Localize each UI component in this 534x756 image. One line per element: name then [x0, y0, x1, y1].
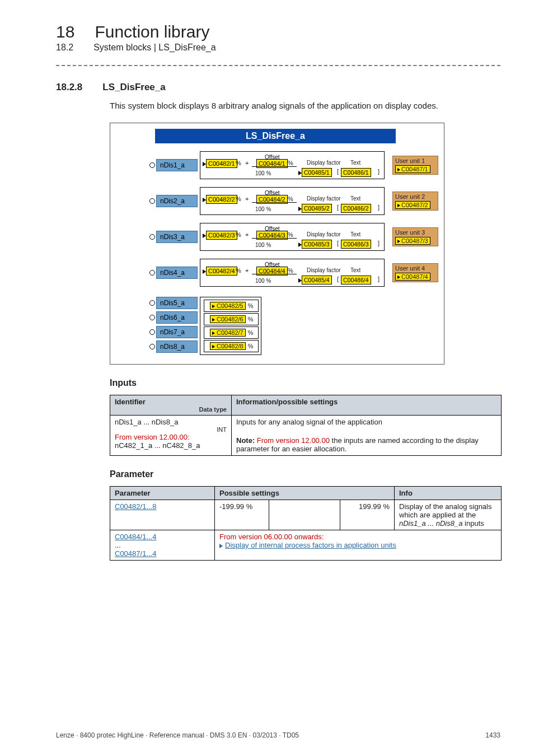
- table-header-row: Identifier Data type Information/possibl…: [110, 395, 502, 416]
- footer-left: Lenze · 8400 protec HighLine · Reference…: [56, 731, 299, 739]
- port-icon: [149, 344, 155, 349]
- pct-symbol: %: [236, 160, 241, 166]
- formula-box: Offset Display factor Text C00482/4 % + …: [200, 259, 385, 287]
- diagram-title: LS_DisFree_a: [155, 129, 396, 143]
- identifier-line: nDis1_a ... nDis8_a: [115, 418, 227, 426]
- diagram-row: nDis2_a Offset Display factor Text C0048…: [149, 187, 438, 215]
- range-min-cell: -199.99 %: [215, 500, 269, 530]
- param-link[interactable]: C00487/1...4: [115, 549, 156, 558]
- type-int-label: INT: [115, 426, 227, 433]
- info-line: Inputs for any analog signal of the appl…: [236, 418, 496, 426]
- range-mid-cell: [269, 500, 340, 530]
- text-label: Text: [350, 231, 360, 237]
- info-italic: nDis1_a ... nDis8_a: [399, 519, 462, 528]
- param-cell: C00484/1...4 ... C00487/1...4: [110, 530, 215, 561]
- plus-symbol: +: [245, 195, 249, 202]
- hundred-label: 100 %: [255, 242, 271, 248]
- parameter-heading: Parameter: [110, 469, 500, 479]
- formula-box: Offset Display factor Text C00482/1 % + …: [200, 151, 385, 179]
- text-label: Text: [350, 160, 360, 166]
- param-chip: C00482/5: [210, 302, 246, 310]
- user-unit-label: User unit 3: [395, 229, 435, 236]
- small-formula-box: C00482/7 %: [204, 326, 259, 339]
- reference-link-line: Display of internal process factors in a…: [219, 541, 496, 549]
- info-text: Display of the analog signals which are …: [399, 502, 492, 519]
- separator: [56, 65, 500, 66]
- bracket: ]: [378, 168, 380, 175]
- input-port-label: nDis7_a: [156, 326, 198, 338]
- section-intro: This system block displays 8 arbitrary a…: [110, 101, 500, 110]
- col-header-settings: Possible settings: [215, 487, 395, 500]
- bracket: [: [337, 168, 339, 175]
- param-link[interactable]: C00482/1...8: [115, 502, 156, 511]
- param-chip: C00482/4: [206, 267, 237, 276]
- user-unit-box: User unit 2 C00487/2: [392, 192, 438, 211]
- param-chip: C00486/3: [341, 240, 371, 249]
- port-icon: [149, 234, 155, 240]
- sub-title: System blocks | LS_DisFree_a: [93, 43, 216, 53]
- section-header: 18.2.8 LS_DisFree_a: [56, 82, 500, 93]
- parameter-table: Parameter Possible settings Info C00482/…: [110, 486, 502, 561]
- display-factor-label: Display factor: [307, 231, 341, 237]
- user-unit-box: User unit 3 C00487/3: [392, 227, 438, 246]
- small-formula-box: C00482/6 %: [204, 313, 259, 325]
- fraction-bar: [252, 202, 297, 203]
- info-cell: From version 06.00.00 onwards: Display o…: [215, 530, 502, 561]
- inputs-table: Identifier Data type Information/possibl…: [110, 395, 502, 456]
- param-link[interactable]: C00484/1...4: [115, 533, 156, 541]
- param-chip: C00487/3: [395, 237, 430, 245]
- fraction-bar: [252, 166, 297, 167]
- footer-page-number: 1433: [485, 731, 500, 739]
- pct-symbol: %: [236, 267, 241, 274]
- user-unit-box: User unit 1 C00487/1: [392, 156, 438, 175]
- chapter-header: 18 Function library: [56, 22, 500, 41]
- pct-symbol: %: [236, 195, 241, 202]
- col-header-param: Parameter: [110, 487, 215, 500]
- port-icon: [149, 300, 155, 306]
- small-inputs-column: nDis5_a nDis6_a nDis7_a nDis8_a: [149, 297, 198, 355]
- pct-symbol: %: [236, 231, 241, 238]
- param-chip: C00487/2: [395, 201, 430, 209]
- diagram-row: nDis4_a Offset Display factor Text C0048…: [149, 259, 438, 287]
- fraction-bar: [252, 238, 297, 239]
- user-unit-label: User unit 4: [395, 265, 435, 272]
- text-label: Text: [350, 267, 360, 273]
- range-max-cell: 199.99 %: [340, 500, 395, 530]
- pct-symbol: %: [288, 231, 293, 238]
- pct-symbol: %: [248, 343, 254, 349]
- user-unit-label: User unit 1: [395, 157, 435, 165]
- sub-header: 18.2 System blocks | LS_DisFree_a: [56, 43, 500, 53]
- pct-symbol: %: [248, 329, 254, 336]
- user-unit-box: User unit 4 C00487/4: [392, 263, 438, 282]
- input-port-label: nDis1_a: [156, 159, 198, 171]
- input-port-label: nDis8_a: [156, 340, 198, 353]
- info-cell: Inputs for any analog signal of the appl…: [232, 416, 502, 456]
- param-chip: C00485/4: [302, 276, 332, 284]
- param-chip: C00486/2: [341, 204, 371, 213]
- page: 18 Function library 18.2 System blocks |…: [0, 0, 534, 583]
- pct-symbol: %: [288, 160, 293, 166]
- diagram-small-row: nDis6_a: [149, 311, 198, 324]
- display-factor-label: Display factor: [307, 195, 341, 202]
- display-factor-label: Display factor: [307, 160, 341, 166]
- identifier-cell: nDis1_a ... nDis8_a INT From version 12.…: [110, 416, 232, 456]
- input-port-label: nDis5_a: [156, 297, 198, 309]
- param-chip: C00482/2: [206, 195, 237, 204]
- param-chip: C00482/8: [210, 342, 246, 350]
- from-version-text: From version 06.00.00 onwards:: [219, 533, 496, 541]
- chapter-number: 18: [56, 22, 74, 41]
- section-number: 18.2.8: [56, 82, 82, 93]
- info-cell: Display of the analog signals which are …: [395, 500, 502, 530]
- info-text: inputs: [462, 519, 484, 528]
- caret-right-icon: [219, 544, 223, 548]
- param-chip: C00482/7: [210, 329, 246, 337]
- table-row: C00482/1...8 -199.99 % 199.99 % Display …: [110, 500, 502, 530]
- text-label: Text: [350, 195, 360, 202]
- hundred-label: 100 %: [255, 278, 271, 284]
- reference-link[interactable]: Display of internal process factors in a…: [225, 541, 396, 549]
- param-chip: C00485/3: [302, 240, 332, 249]
- note-prefix: Note:: [236, 436, 257, 445]
- plus-symbol: +: [245, 267, 249, 274]
- pct-symbol: %: [288, 195, 293, 202]
- bracket: [: [337, 240, 339, 246]
